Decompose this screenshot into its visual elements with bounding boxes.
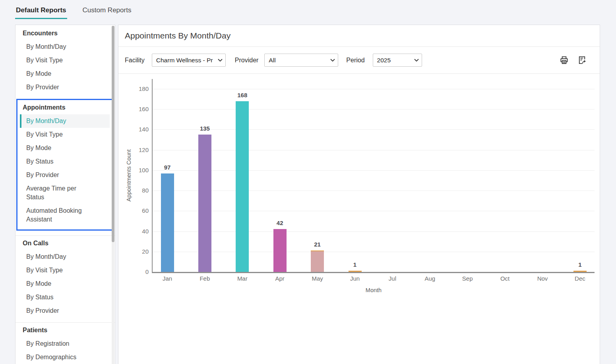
sidebar-item-automated-booking-assistant[interactable]: Automated Booking Assistant <box>20 204 110 226</box>
facility-select[interactable]: Charm Wellness - Pr <box>152 54 226 67</box>
sidebar-divider <box>15 322 115 323</box>
gridline <box>153 150 595 150</box>
bar-value-label: 1 <box>568 261 592 268</box>
sidebar-item-oncalls-by-visit-type[interactable]: By Visit Type <box>20 264 110 277</box>
gridline <box>153 231 595 232</box>
x-axis-tick-label: Jan <box>153 275 181 282</box>
x-axis-tick-label: May <box>304 275 331 282</box>
filter-row: Facility Charm Wellness - Pr Provider Al… <box>118 47 600 74</box>
bar-jun <box>349 271 362 272</box>
x-axis-tick-label: Jul <box>378 275 406 282</box>
section-header-patients: Patients <box>15 324 115 337</box>
export-button[interactable] <box>577 56 587 65</box>
section-header-appointments: Appointments <box>17 101 112 114</box>
period-select-wrap: 2025 <box>373 54 422 67</box>
sidebar-item-appointments-by-month-day[interactable]: By Month/Day <box>20 114 110 128</box>
x-axis-tick-label: Aug <box>416 275 444 282</box>
gridline <box>153 252 595 252</box>
bar-value-label: 168 <box>231 92 254 98</box>
print-button[interactable] <box>559 56 569 65</box>
sidebar-item-appointments-by-provider[interactable]: By Provider <box>20 168 110 182</box>
sidebar-item-average-time-per-status[interactable]: Average Time per Status <box>20 182 110 204</box>
section-header-encounters: Encounters <box>15 27 115 40</box>
y-axis-title: Appointments Count <box>126 140 134 211</box>
sidebar-item-patients-by-demographics[interactable]: By Demographics <box>20 351 110 364</box>
y-axis-tick-label: 60 <box>118 207 149 214</box>
y-axis-line <box>152 79 153 272</box>
y-axis-tick-label: 80 <box>118 187 149 194</box>
gridline <box>153 191 595 191</box>
sidebar-scrollbar[interactable] <box>112 26 114 364</box>
x-axis-tick-label: Oct <box>491 275 519 282</box>
tab-default-reports-label: Default Reports <box>16 6 66 14</box>
bar-mar <box>236 101 249 272</box>
sidebar-item-appointments-by-visit-type[interactable]: By Visit Type <box>20 128 110 141</box>
x-axis-tick-label: Mar <box>229 275 256 282</box>
gridline <box>153 109 595 110</box>
sidebar-item-oncalls-by-status[interactable]: By Status <box>20 291 110 304</box>
sidebar-item-oncalls-by-mode[interactable]: By Mode <box>20 277 110 291</box>
sidebar-item-oncalls-by-month-day[interactable]: By Month/Day <box>20 250 110 264</box>
x-axis-tick-label: Jun <box>341 275 369 282</box>
bar-jan <box>161 173 174 272</box>
bar-value-label: 97 <box>155 164 179 171</box>
provider-select[interactable]: All <box>264 54 338 67</box>
sidebar-section-appointments-highlighted: Appointments By Month/Day By Visit Type … <box>16 99 114 231</box>
section-header-on-calls: On Calls <box>15 237 115 250</box>
bar-value-label: 42 <box>268 220 292 226</box>
sidebar-item-encounters-by-month-day[interactable]: By Month/Day <box>20 40 110 54</box>
appointments-bar-chart: 02040608010012014016018097Jan135Feb168Ma… <box>118 74 600 302</box>
provider-select-wrap: All <box>264 54 338 67</box>
period-label: Period <box>346 57 364 64</box>
report-panel: Appointments By Month/Day Facility Charm… <box>118 25 600 364</box>
sidebar-item-appointments-by-mode[interactable]: By Mode <box>20 141 110 155</box>
provider-label: Provider <box>235 57 259 64</box>
bar-value-label: 21 <box>306 241 329 248</box>
x-axis-tick-label: Dec <box>566 275 594 282</box>
x-axis-tick-label: Sep <box>453 275 481 282</box>
export-icon <box>577 56 587 65</box>
sidebar-scrollbar-thumb[interactable] <box>112 26 114 242</box>
gridline <box>153 89 595 89</box>
reports-sidebar: Encounters By Month/Day By Visit Type By… <box>15 25 115 364</box>
sidebar-section-patients: Patients By Registration By Demographics… <box>15 324 115 364</box>
tab-bar: Default Reports Custom Reports <box>0 0 616 23</box>
x-axis-title: Month <box>358 287 389 293</box>
bar-value-label: 1 <box>343 261 367 268</box>
report-actions <box>559 56 587 65</box>
tab-custom-reports-label: Custom Reports <box>83 6 132 14</box>
sidebar-item-oncalls-by-provider[interactable]: By Provider <box>20 304 110 318</box>
report-header: Appointments By Month/Day <box>118 25 600 47</box>
y-axis-tick-label: 160 <box>118 106 149 112</box>
x-axis-line <box>152 272 595 273</box>
y-axis-tick-label: 140 <box>118 126 149 133</box>
bar-apr <box>273 229 287 272</box>
sidebar-item-appointments-by-status[interactable]: By Status <box>20 155 110 168</box>
y-axis-tick-label: 40 <box>118 228 149 235</box>
gridline <box>153 170 595 171</box>
x-axis-tick-label: Apr <box>266 275 294 282</box>
sidebar-item-encounters-by-mode[interactable]: By Mode <box>20 67 110 81</box>
sidebar-divider <box>15 235 115 236</box>
sidebar-section-on-calls: On Calls By Month/Day By Visit Type By M… <box>15 237 115 318</box>
x-axis-tick-label: Nov <box>529 275 556 282</box>
sidebar-section-encounters: Encounters By Month/Day By Visit Type By… <box>15 27 115 94</box>
bar-dec <box>573 271 587 272</box>
facility-select-wrap: Charm Wellness - Pr <box>152 54 226 67</box>
y-axis-tick-label: 180 <box>118 85 149 92</box>
facility-label: Facility <box>125 57 145 64</box>
bar-feb <box>198 135 211 272</box>
sidebar-item-encounters-by-visit-type[interactable]: By Visit Type <box>20 54 110 67</box>
y-axis-tick-label: 0 <box>118 268 149 275</box>
tab-custom-reports[interactable]: Custom Reports <box>82 5 132 19</box>
bar-may <box>311 250 324 272</box>
period-select[interactable]: 2025 <box>373 54 422 67</box>
y-axis-tick-label: 100 <box>118 167 149 173</box>
sidebar-item-patients-by-registration[interactable]: By Registration <box>20 337 110 351</box>
tab-default-reports[interactable]: Default Reports <box>15 5 67 19</box>
page-title: Appointments By Month/Day <box>125 31 231 40</box>
sidebar-item-encounters-by-provider[interactable]: By Provider <box>20 81 110 94</box>
y-axis-tick-label: 120 <box>118 146 149 153</box>
y-axis-tick-label: 20 <box>118 248 149 255</box>
gridline <box>153 211 595 211</box>
